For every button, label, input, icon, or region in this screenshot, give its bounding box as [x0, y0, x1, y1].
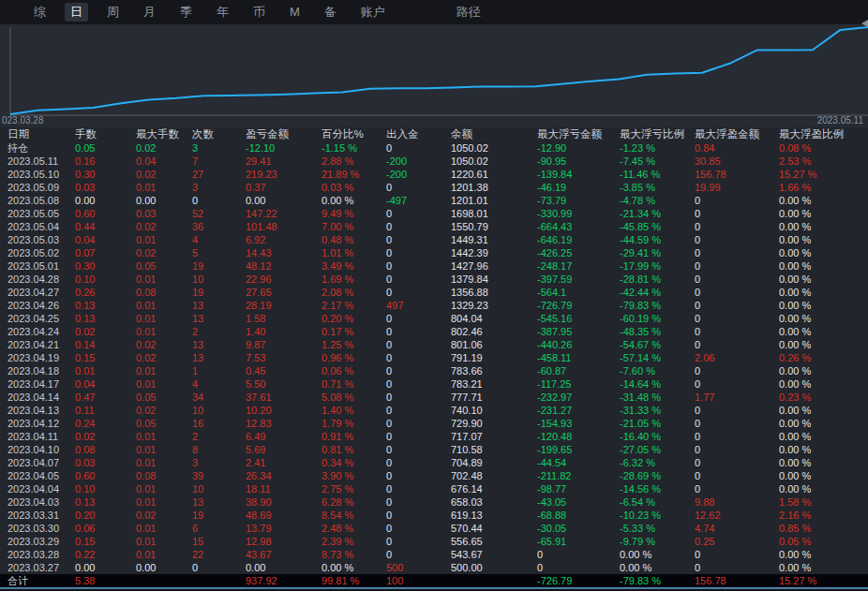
cell: 0.13	[75, 495, 136, 509]
menu-item-9[interactable]: 备	[319, 3, 342, 22]
table-row[interactable]: 2023.04.130.110.021010.201.40 %0740.10-2…	[0, 404, 868, 417]
table-row[interactable]: 2023.05.050.600.0352147.229.49 %01698.01…	[0, 207, 868, 220]
table-row[interactable]: 2023.04.180.010.0110.450.06 %0783.66-60.…	[0, 364, 868, 377]
menu-item-7[interactable]: 币	[247, 3, 271, 22]
cell: 2023.03.31	[7, 509, 75, 522]
cell: -79.83 %	[620, 574, 695, 587]
cell: -646.19	[537, 233, 620, 246]
cell: 0.03	[75, 181, 136, 194]
table-row[interactable]: 2023.05.110.160.04729.412.88 %-2001050.0…	[0, 155, 868, 168]
cell: 2.39 %	[322, 535, 386, 548]
column-header-10: 最大浮亏比例	[620, 127, 695, 141]
table-row[interactable]: 2023.04.190.150.02137.530.96 %0791.19-45…	[0, 351, 868, 364]
column-header-1: 日期	[7, 127, 75, 141]
cell: -14.64 %	[620, 377, 695, 391]
cell: -7.45 %	[620, 155, 695, 168]
cell: 2.41	[246, 456, 322, 469]
cell: 7.00 %	[322, 220, 386, 233]
table-row[interactable]: 2023.04.110.020.0126.490.91 %0717.07-120…	[0, 430, 868, 443]
table-row[interactable]: 2023.03.270.000.0000.000.00 %500500.0000…	[0, 561, 868, 574]
bottom-scroll-strip[interactable]	[0, 586, 868, 591]
table-row[interactable]: 2023.04.280.100.011022.961.69 %01379.84-…	[0, 273, 868, 286]
cell: 2023.04.13	[7, 404, 75, 417]
table-row[interactable]: 2023.03.280.220.012243.678.73 %0543.6700…	[0, 548, 868, 561]
cell: -458.11	[537, 351, 620, 364]
table-row[interactable]: 2023.03.300.060.01613.792.48 %0570.44-30…	[0, 522, 868, 535]
cell: 0.14	[75, 338, 136, 351]
table-row[interactable]: 2023.04.050.600.083926.343.90 %0702.48-2…	[0, 469, 868, 482]
cell: 0	[386, 482, 451, 495]
cell: 0	[386, 351, 451, 364]
cell: 0.01	[136, 430, 192, 443]
table-row[interactable]: 2023.04.210.140.02139.871.25 %0801.06-44…	[0, 338, 868, 351]
menu-item-8[interactable]: M	[284, 3, 306, 22]
cell: 18.11	[246, 482, 322, 495]
cell: 38.90	[246, 495, 322, 509]
table-row[interactable]: 2023.04.070.030.0132.410.34 %0704.89-44.…	[0, 456, 868, 469]
cell: -497	[386, 194, 451, 207]
menu-item-4[interactable]: 月	[138, 3, 161, 22]
table-row[interactable]: 2023.04.100.080.0185.690.81 %0710.58-199…	[0, 443, 868, 456]
menu-item-6[interactable]: 年	[211, 3, 234, 22]
table-row[interactable]: 2023.04.120.240.051612.831.79 %0729.90-1…	[0, 417, 868, 430]
menu-item-5[interactable]: 季	[174, 3, 198, 22]
cell: 2023.03.29	[7, 535, 75, 548]
cell: 0.01	[136, 325, 192, 338]
table-row[interactable]: 2023.04.040.100.011018.112.75 %0676.14-9…	[0, 482, 868, 495]
cell: -3.85 %	[620, 181, 695, 194]
cell: 0	[695, 364, 779, 377]
cell: 1.79 %	[322, 417, 386, 430]
cell: 1.01 %	[322, 246, 386, 259]
cell: 0.00 %	[779, 364, 868, 377]
cell: 570.44	[451, 522, 537, 535]
cell: 2.53 %	[779, 155, 868, 168]
table-row[interactable]: 2023.04.240.020.0121.400.17 %0802.46-387…	[0, 325, 868, 338]
cell: -426.25	[537, 246, 620, 259]
total-row[interactable]: 合计5.38937.9299.81 %100-726.79-79.83 %156…	[0, 574, 868, 587]
table-row[interactable]: 2023.04.030.130.011338.906.28 %0658.03-4…	[0, 495, 868, 509]
cell: 0.00	[136, 194, 192, 207]
cell: 0.60	[75, 469, 136, 482]
table-row[interactable]: 2023.05.030.040.0146.920.48 %01449.31-64…	[0, 233, 868, 246]
menu-item-10[interactable]: 账户	[355, 3, 391, 22]
cell: 0	[695, 286, 779, 299]
menu-item-3[interactable]: 周	[101, 3, 125, 22]
cell: 0.13	[75, 299, 136, 312]
table-row[interactable]: 2023.05.040.440.0236101.487.00 %01550.79…	[0, 220, 868, 233]
table-row[interactable]: 2023.05.090.030.0130.370.03 %01201.38-46…	[0, 181, 868, 194]
cell: 8.54 %	[322, 509, 386, 522]
cell: 0	[386, 522, 451, 535]
cell: -211.82	[537, 469, 620, 482]
cell: 0.08	[75, 443, 136, 456]
table-row[interactable]: 2023.05.100.300.0227219.2321.89 %-200122…	[0, 168, 868, 181]
menu-item-1[interactable]: 综	[28, 3, 52, 22]
table-row[interactable]: 2023.05.010.300.051948.123.49 %01427.96-…	[0, 259, 868, 273]
table-row[interactable]: 2023.04.170.040.0145.500.71 %0783.21-117…	[0, 377, 868, 391]
chart-edge-marker-icon	[861, 20, 868, 27]
table-row[interactable]: 2023.03.310.200.021948.698.54 %0619.13-6…	[0, 509, 868, 522]
cell: 2023.05.02	[7, 246, 75, 259]
cell: 30.85	[695, 155, 779, 168]
table-row[interactable]: 2023.04.270.260.081927.652.08 %01356.88-…	[0, 286, 868, 299]
cell: 8	[192, 443, 246, 456]
table-row[interactable]: 2023.05.080.000.0000.000.00 %-4971201.01…	[0, 194, 868, 207]
menu-item-2[interactable]: 日	[65, 3, 88, 22]
cell: -4.78 %	[620, 194, 695, 207]
cell: 0.16	[75, 155, 136, 168]
table-row[interactable]: 2023.04.140.470.053437.615.08 %0777.71-2…	[0, 391, 868, 404]
cell: -726.79	[537, 574, 620, 587]
table-row[interactable]: 2023.03.290.150.011512.982.39 %0556.65-6…	[0, 535, 868, 548]
cell: 0	[386, 417, 451, 430]
cell: 1220.61	[451, 168, 537, 181]
cell: -440.26	[537, 338, 620, 351]
cell: 2.48 %	[322, 522, 386, 535]
cell: 0.26 %	[779, 351, 868, 364]
column-header-2: 手数	[75, 127, 136, 141]
table-row[interactable]: 2023.04.250.130.01131.580.20 %0804.04-54…	[0, 312, 868, 325]
table-row[interactable]: 2023.04.260.130.011328.192.17 %4971329.2…	[0, 299, 868, 312]
cell: 48.12	[246, 259, 322, 273]
table-row[interactable]: 持仓0.050.023-12.10-1.15 %01050.02-12.90-1…	[0, 141, 868, 155]
menu-item-11[interactable]: 路径	[451, 3, 486, 22]
cell: -12.90	[537, 141, 620, 155]
table-row[interactable]: 2023.05.020.070.02514.431.01 %01442.39-4…	[0, 246, 868, 259]
